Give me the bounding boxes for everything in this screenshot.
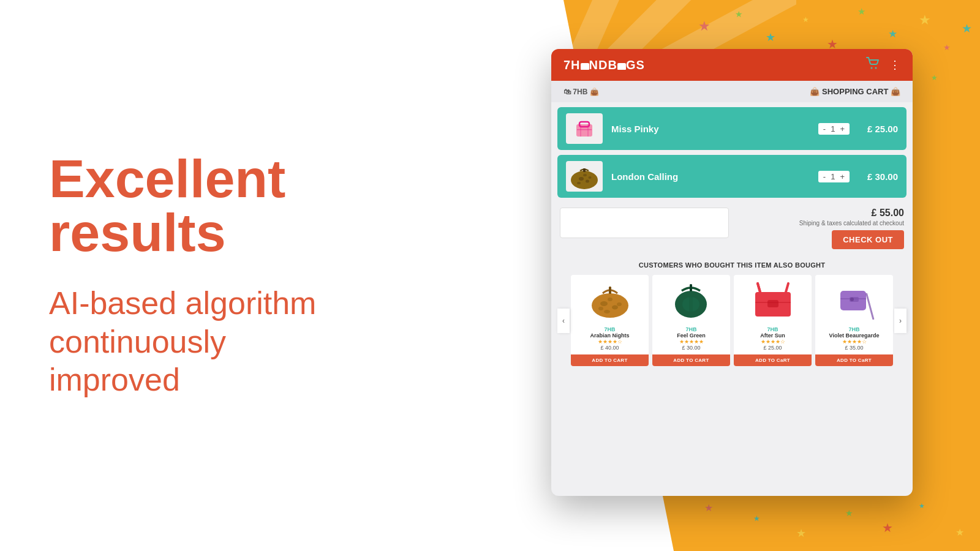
more-icon[interactable]: ⋮ bbox=[889, 58, 900, 72]
item-image-london-calling bbox=[566, 161, 603, 192]
rec-brand-2: 7HB bbox=[734, 326, 812, 332]
breadcrumb-right: 👜 SHOPPING CART 👜 bbox=[810, 87, 900, 96]
item-price-2: £ 30.00 bbox=[858, 171, 898, 182]
svg-rect-43 bbox=[690, 284, 692, 291]
svg-point-36 bbox=[612, 305, 618, 310]
cart-item-2: London Calling - 1 + £ 30.00 bbox=[557, 155, 907, 198]
main-title: Excellent results bbox=[49, 152, 441, 260]
qty-control-2[interactable]: - 1 + bbox=[818, 171, 850, 182]
recommendations-title: CUSTOMERS WHO BOUGHT THIS ITEM ALSO BOUG… bbox=[557, 261, 907, 269]
rec-add-button-1[interactable]: ADD TO CART bbox=[652, 354, 730, 366]
checkout-button[interactable]: CHECK OUT bbox=[832, 230, 904, 249]
rec-add-button-2[interactable]: ADD TO CaRT bbox=[734, 354, 812, 366]
mock-screen: 7HNDBGS ⋮ 🛍 7HB 👜 👜 SHOPPING CART 👜 bbox=[551, 49, 913, 496]
rec-add-button-3[interactable]: ADD TO CaRT bbox=[815, 354, 893, 366]
svg-rect-45 bbox=[689, 297, 693, 312]
svg-point-38 bbox=[608, 298, 612, 301]
rec-price-2: £ 25.00 bbox=[734, 345, 812, 351]
rec-image-0 bbox=[571, 275, 649, 324]
rec-stars-0: ★★★★☆ bbox=[571, 339, 649, 345]
recommendations-section: CUSTOMERS WHO BOUGHT THIS ITEM ALSO BOUG… bbox=[551, 254, 913, 371]
svg-rect-41 bbox=[609, 287, 611, 294]
total-note: Shiping & taxes calculated at checkout bbox=[736, 220, 904, 227]
item-name-2: London Calling bbox=[611, 171, 810, 182]
svg-line-48 bbox=[758, 283, 760, 292]
rec-name-0: Arabian Nights bbox=[571, 332, 649, 339]
svg-point-29 bbox=[586, 179, 589, 182]
total-info: £ 55.00 Shiping & taxes calculated at ch… bbox=[736, 208, 904, 249]
rec-item-0: 7HB Arabian Nights ★★★★☆ £ 40.00 ADD TO … bbox=[571, 275, 649, 366]
svg-point-20 bbox=[871, 67, 873, 69]
svg-point-28 bbox=[579, 177, 584, 181]
breadcrumb-left: 🛍 7HB 👜 bbox=[564, 88, 599, 96]
rec-brand-1: 7HB bbox=[652, 326, 730, 332]
rec-brand-3: 7HB bbox=[815, 326, 893, 332]
header-icons: ⋮ bbox=[866, 57, 900, 73]
item-name-1: Miss Pinky bbox=[611, 124, 810, 134]
rec-stars-3: ★★★★☆ bbox=[815, 339, 893, 345]
total-section: £ 55.00 Shiping & taxes calculated at ch… bbox=[551, 203, 913, 254]
svg-rect-33 bbox=[583, 168, 586, 172]
left-panel: Excellent results AI-based algorithm con… bbox=[0, 0, 490, 551]
svg-line-49 bbox=[786, 283, 788, 292]
right-panel: ★ ★ ★ ★ ★ ★ ★ ★ ★ ★ ★ ★ ★ ★ ★ ★ ★ ★ ★ ★ … bbox=[490, 0, 980, 551]
qty-value-1: 1 bbox=[831, 124, 835, 133]
rec-items-list: 7HB Arabian Nights ★★★★☆ £ 40.00 ADD TO … bbox=[571, 275, 893, 366]
rec-brand-0: 7HB bbox=[571, 326, 649, 332]
svg-point-27 bbox=[571, 171, 598, 189]
cart-item-1: Miss Pinky - 1 + £ 25.00 bbox=[557, 107, 907, 150]
item-image-miss-pinky bbox=[566, 113, 603, 144]
svg-point-32 bbox=[588, 176, 591, 179]
rec-item-3: 7HB Violet Beauregarde ★★★★☆ £ 35.00 ADD… bbox=[815, 275, 893, 366]
coupon-input[interactable] bbox=[560, 208, 729, 238]
qty-minus-1[interactable]: - bbox=[823, 124, 826, 133]
qty-value-2: 1 bbox=[831, 172, 835, 181]
svg-point-21 bbox=[875, 67, 877, 69]
svg-point-40 bbox=[604, 310, 610, 313]
carousel-prev-button[interactable]: ‹ bbox=[557, 309, 570, 333]
qty-plus-1[interactable]: + bbox=[840, 124, 845, 133]
subtitle: AI-based algorithm continuously improved bbox=[49, 284, 441, 399]
qty-minus-2[interactable]: - bbox=[823, 172, 826, 181]
svg-rect-24 bbox=[577, 129, 592, 130]
carousel-next-button[interactable]: › bbox=[894, 309, 907, 333]
breadcrumb-bar: 🛍 7HB 👜 👜 SHOPPING CART 👜 bbox=[551, 81, 913, 102]
svg-point-31 bbox=[583, 174, 587, 176]
rec-name-2: After Sun bbox=[734, 332, 812, 339]
rec-item-2: 7HB After Sun ★★★★☆ £ 25.00 ADD TO CaRT bbox=[734, 275, 812, 366]
rec-add-button-0[interactable]: ADD TO CART bbox=[571, 354, 649, 366]
carousel-container: ‹ bbox=[557, 275, 907, 366]
svg-rect-54 bbox=[865, 293, 875, 320]
svg-point-30 bbox=[577, 182, 581, 184]
svg-rect-50 bbox=[767, 300, 778, 307]
rec-name-3: Violet Beauregarde bbox=[815, 332, 893, 339]
rec-stars-2: ★★★★☆ bbox=[734, 339, 812, 345]
rec-price-3: £ 35.00 bbox=[815, 345, 893, 351]
svg-rect-25 bbox=[580, 124, 581, 137]
total-amount: £ 55.00 bbox=[736, 208, 904, 219]
svg-point-55 bbox=[850, 298, 854, 301]
svg-point-34 bbox=[592, 293, 628, 318]
rec-stars-1: ★★★★★ bbox=[652, 339, 730, 345]
rec-price-1: £ 30.00 bbox=[652, 345, 730, 351]
svg-rect-26 bbox=[587, 124, 589, 137]
rec-image-2 bbox=[734, 275, 812, 324]
rec-name-1: Feel Green bbox=[652, 332, 730, 339]
rec-image-3 bbox=[815, 275, 893, 324]
rec-image-1 bbox=[652, 275, 730, 324]
rec-price-0: £ 40.00 bbox=[571, 345, 649, 351]
item-price-1: £ 25.00 bbox=[858, 124, 898, 134]
svg-point-39 bbox=[617, 302, 622, 306]
app-header: 7HNDBGS ⋮ bbox=[551, 49, 913, 81]
svg-point-35 bbox=[600, 301, 608, 306]
rec-item-1: 7HB Feel Green ★★★★★ £ 30.00 ADD TO CART bbox=[652, 275, 730, 366]
svg-point-37 bbox=[598, 307, 603, 310]
cart-icon[interactable] bbox=[866, 57, 880, 73]
qty-control-1[interactable]: - 1 + bbox=[818, 123, 850, 135]
app-logo: 7HNDBGS bbox=[564, 58, 645, 72]
qty-plus-2[interactable]: + bbox=[840, 172, 845, 181]
